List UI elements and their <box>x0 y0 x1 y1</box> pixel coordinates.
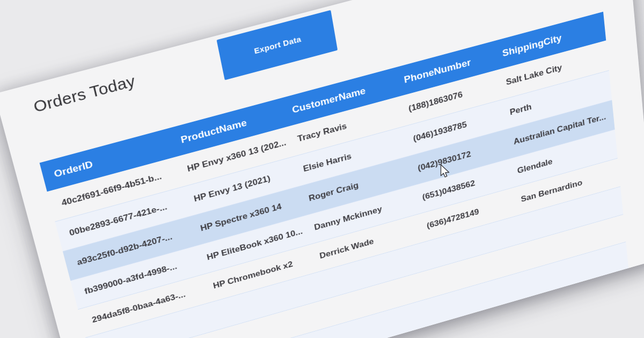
export-data-button[interactable]: Export Data <box>217 10 338 80</box>
orders-grid: OrderIDProductNameCustomerNamePhoneNumbe… <box>40 12 628 338</box>
page-title: Orders Today <box>32 72 137 116</box>
page-background: { "header": { "title": "Orders Today", "… <box>0 0 644 338</box>
demo-page-card: Orders Today Export Data OrderIDProductN… <box>0 0 644 338</box>
